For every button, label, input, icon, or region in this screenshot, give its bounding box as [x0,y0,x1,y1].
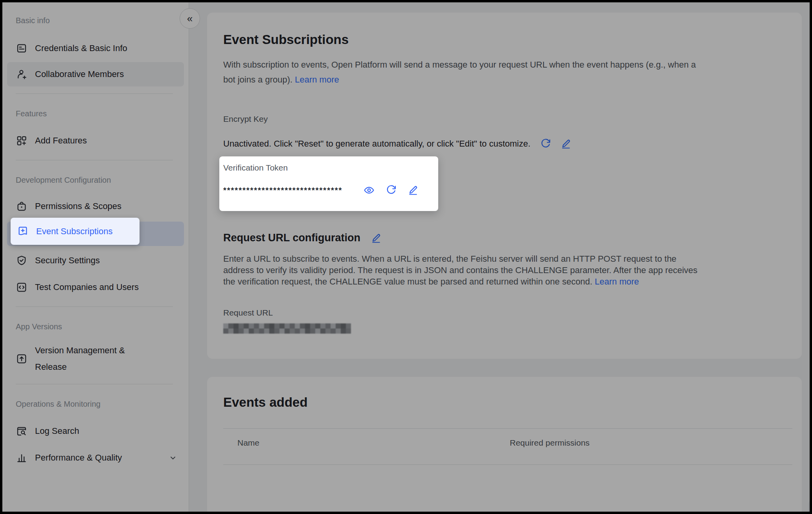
event-subscriptions-icon [17,226,29,237]
verification-token-row: ******************************* [223,182,438,199]
verification-token-reset-button[interactable] [386,185,397,196]
verification-token-show-button[interactable] [364,185,375,196]
sidebar-item-label: Event Subscriptions [36,223,112,240]
dim-overlay [2,2,810,512]
verification-token-label: Verification Token [223,163,438,173]
verification-token-spotlight: Verification Token *********************… [219,156,438,211]
app-window: Basic info Credentials & Basic Info Coll… [0,0,812,514]
eye-icon [364,185,375,196]
refresh-icon [386,185,397,196]
verification-token-value: ******************************* [223,186,342,195]
event-subscriptions-spotlight[interactable]: Event Subscriptions [11,218,140,245]
edit-pencil-icon [408,185,419,196]
verification-token-edit-button[interactable] [408,185,419,196]
